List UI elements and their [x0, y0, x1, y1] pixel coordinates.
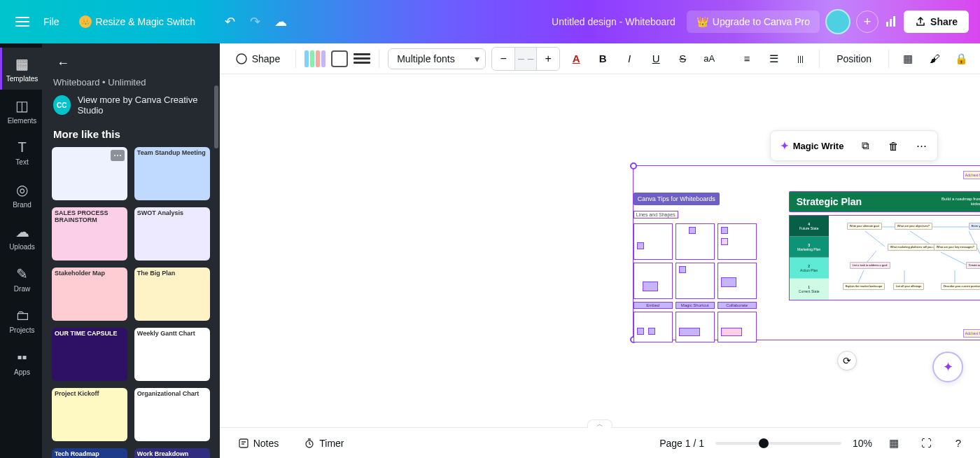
delete-button[interactable]: 🗑 [883, 135, 904, 156]
template-thumbnail[interactable]: Organizational Chart [134, 388, 210, 441]
spacing-button[interactable]: ⫼ [790, 48, 811, 69]
cloud-sync-icon[interactable]: ☁ [268, 9, 293, 34]
nav-elements[interactable]: ◫Elements [0, 90, 42, 132]
notes-button[interactable]: Notes [231, 433, 286, 453]
back-button[interactable]: ← [53, 53, 73, 73]
template-thumbnail[interactable]: Tech Roadmap [52, 448, 127, 458]
font-size-decrease[interactable]: − [492, 48, 514, 70]
flow-node[interactable]: List all your offerings [893, 283, 925, 290]
timer-button[interactable]: Timer [297, 433, 351, 453]
tips-cell[interactable] [634, 312, 673, 342]
font-size-stepper[interactable]: − – – + [491, 47, 560, 71]
italic-button[interactable]: I [619, 48, 640, 69]
flow-node[interactable]: Enter your vision [969, 223, 980, 230]
resize-magic-switch-button[interactable]: 👑 Resize & Magic Switch [69, 10, 205, 34]
zoom-thumb[interactable] [759, 438, 769, 448]
nav-draw[interactable]: ✎Draw [0, 258, 42, 300]
text-case-button[interactable]: aA [699, 48, 720, 69]
border-color[interactable] [331, 50, 348, 67]
text-color-button[interactable]: A [566, 48, 587, 69]
template-thumbnail[interactable]: Work Breakdown Structure [134, 448, 210, 458]
page-indicator[interactable]: Page 1 / 1 [659, 438, 704, 449]
tips-cell[interactable] [634, 263, 673, 299]
nav-projects[interactable]: 🗀Projects [0, 300, 42, 342]
transparency-button[interactable]: ▦ [897, 48, 918, 69]
template-thumbnail[interactable]: Weekly Gantt Chart [134, 328, 210, 381]
tips-header: Canva Tips for Whiteboards [634, 193, 720, 205]
tips-cell[interactable] [718, 263, 757, 299]
add-collaborator-button[interactable]: + [856, 11, 878, 33]
template-more-button[interactable]: ⋯ [111, 150, 125, 161]
nav-brand[interactable]: ◎Brand [0, 174, 42, 216]
tips-block[interactable]: Canva Tips for Whiteboards Lines and Sha… [634, 191, 757, 342]
font-size-value[interactable]: – – [514, 48, 537, 70]
assistant-fab[interactable]: ✦ [932, 352, 963, 382]
align-button[interactable]: ≡ [736, 48, 757, 69]
nav-templates[interactable]: ▦Templates [0, 48, 42, 90]
tips-cell[interactable] [676, 223, 715, 260]
resize-handle-tl[interactable] [630, 162, 637, 169]
more-options-button[interactable]: ⋯ [911, 135, 932, 156]
menu-icon[interactable] [11, 11, 34, 33]
flow-node[interactable]: Describe your current position [941, 283, 980, 290]
tips-cell[interactable] [634, 223, 673, 260]
position-button[interactable]: Position [828, 49, 880, 69]
rotate-handle[interactable]: ⟳ [837, 351, 857, 370]
upgrade-button[interactable]: 👑 Upgrade to Canva Pro [687, 11, 820, 33]
duplicate-button[interactable]: ⧉ [855, 135, 876, 156]
flow-node[interactable]: Create actionable tasks for your goals [966, 262, 980, 269]
magic-write-button[interactable]: ✦ Magic Write [776, 137, 848, 154]
list-button[interactable]: ☰ [763, 48, 784, 69]
grid-view-button[interactable]: ▦ [883, 433, 904, 454]
underline-button[interactable]: U [645, 48, 666, 69]
author-row[interactable]: CC View more by Canva Creative Studio [42, 88, 220, 123]
nav-text[interactable]: TText [0, 132, 42, 174]
tips-cell[interactable] [676, 312, 715, 342]
strikethrough-button[interactable]: S [672, 48, 693, 69]
template-thumbnail[interactable]: The Big Plan [134, 268, 210, 321]
share-button[interactable]: Share [904, 11, 969, 33]
templates-icon: ▦ [15, 55, 29, 72]
border-style-button[interactable] [354, 50, 370, 67]
undo-button[interactable]: ↶ [218, 9, 243, 34]
flow-node[interactable]: What are your objectives? [895, 223, 932, 230]
flow-node[interactable]: Explain the market landscape [843, 283, 885, 290]
template-subtitle: Whiteboard • Unlimited [42, 77, 220, 88]
font-size-increase[interactable]: + [537, 48, 559, 70]
whiteboard-canvas[interactable]: ✦ Magic Write ⧉ 🗑 ⋯ Add text here Add te… [220, 74, 980, 427]
redo-button[interactable]: ↷ [243, 9, 268, 34]
shape-button[interactable]: Shape [228, 48, 287, 69]
collapse-chevron[interactable]: ︿ [587, 419, 612, 428]
template-thumbnail[interactable]: OUR TIME CAPSULE [52, 328, 127, 381]
template-thumbnail[interactable]: ⋯ [52, 147, 127, 200]
flow-node[interactable]: What are your key messages? [934, 244, 977, 251]
template-thumbnail[interactable]: Team Standup Meeting [134, 147, 210, 200]
copy-style-button[interactable]: 🖌 [924, 48, 945, 69]
template-thumbnail[interactable]: Stakeholder Map [52, 268, 127, 321]
nav-apps[interactable]: ▪▪Apps [0, 342, 42, 384]
font-selector[interactable]: Multiple fonts [388, 48, 486, 69]
template-thumbnail[interactable]: SWOT Analysis [134, 207, 210, 261]
bold-button[interactable]: B [592, 48, 613, 69]
flow-node[interactable]: Write your ultimate goal [847, 223, 882, 230]
tips-cell[interactable] [718, 312, 757, 342]
tips-cell[interactable] [676, 263, 715, 299]
zoom-slider[interactable] [715, 442, 841, 445]
template-thumbnail[interactable]: SALES PROCESS BRAINSTORM [52, 207, 127, 261]
fullscreen-button[interactable]: ⛶ [916, 433, 937, 454]
tips-cell[interactable] [718, 223, 757, 260]
flow-node[interactable]: List a task to address a goal [850, 262, 890, 269]
template-thumbnail[interactable]: Project Kickoff [52, 388, 127, 441]
help-button[interactable]: ? [948, 433, 969, 454]
selection-box[interactable]: ⟳ Canva Tips for Whiteboards Lines and S… [633, 165, 980, 340]
user-avatar[interactable] [825, 9, 850, 34]
document-title[interactable]: Untitled design - Whiteboard [552, 16, 676, 27]
analytics-icon[interactable] [878, 9, 904, 34]
strategic-plan-block[interactable]: Strategic Plan Build a roadmap from the … [789, 191, 980, 300]
lock-button[interactable]: 🔒 [951, 48, 972, 69]
scrollbar-thumb[interactable] [214, 85, 218, 148]
file-menu[interactable]: File [34, 11, 69, 33]
fill-colors[interactable] [304, 50, 326, 67]
nav-uploads[interactable]: ☁Uploads [0, 216, 42, 258]
zoom-value[interactable]: 10% [853, 438, 872, 449]
